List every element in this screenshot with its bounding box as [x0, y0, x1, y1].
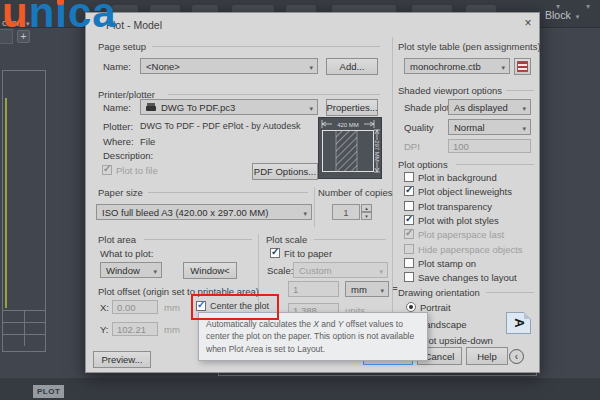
plot-with-plot-styles-checkbox[interactable]: Plot with plot styles [404, 214, 499, 226]
add-button[interactable]: Add... [326, 58, 378, 75]
plot-dialog: Plot - Model × Page setup Name: <None> A… [85, 12, 540, 373]
plot-option-label: Plot transparency [418, 201, 492, 212]
printer-icon [146, 103, 157, 112]
plot-command-echo: PLOT [33, 385, 64, 398]
checkbox-icon [404, 172, 414, 182]
scale-unit-dropdown[interactable]: mm [345, 281, 389, 297]
spinner-down-icon[interactable]: ▾ [361, 212, 372, 220]
plot-style-dropdown[interactable]: monochrome.ctb [404, 58, 510, 74]
offset-y-label: Y: [100, 324, 108, 335]
divider [168, 94, 380, 95]
radio-icon [406, 302, 416, 312]
printer-option: DWG To PDF.pc3 [146, 102, 235, 113]
chevron-down-icon [497, 61, 505, 72]
pagesetup-name-dropdown[interactable]: <None> [140, 58, 318, 74]
plot-in-background-checkbox[interactable]: Plot in background [404, 171, 497, 183]
chevron-down-icon[interactable]: ▾ [586, 2, 590, 11]
window-button[interactable]: Window< [183, 262, 237, 279]
quality-dropdown[interactable]: Normal [448, 119, 531, 135]
preview-button[interactable]: Preview... [93, 351, 151, 368]
plot-object-lineweights-checkbox[interactable]: Plot object lineweights [404, 185, 512, 197]
copies-input[interactable]: 1 [332, 204, 360, 220]
group-orientation: Drawing orientation [398, 287, 480, 298]
plot-style-value: monochrome.ctb [410, 61, 481, 72]
group-shaded: Shaded viewport options [398, 85, 502, 96]
drawing-line [5, 98, 7, 308]
plotter-value: DWG To PDF - PDF ePlot - by Autodesk [140, 121, 300, 131]
scale-numerator-field: 1 [288, 281, 339, 297]
screen: ▾ ▾ Block ction + PLOT Plot - Model × Pa… [0, 0, 600, 400]
shade-plot-dropdown[interactable]: As displayed [448, 99, 531, 115]
chevron-down-icon [299, 207, 307, 218]
portrait-label: Portrait [420, 302, 451, 313]
checkbox-icon [404, 272, 414, 282]
ribbon-block-dropdown[interactable]: Block [545, 9, 579, 21]
plot-option-label: Save changes to layout [418, 272, 517, 283]
shade-plot-value: As displayed [454, 102, 508, 113]
logo-letter: a [92, 0, 116, 36]
paper-size-dropdown[interactable]: ISO full bleed A3 (420.00 x 297.00 MM) [96, 204, 312, 220]
highlight-box [191, 294, 279, 320]
paper-size-value: ISO full bleed A3 (420.00 x 297.00 MM) [102, 207, 268, 218]
printer-name-label: Name: [103, 102, 131, 113]
group-plot-scale: Plot scale [266, 234, 307, 245]
spinner-up-icon[interactable]: ▴ [361, 204, 372, 212]
shade-plot-label: Shade plot [404, 102, 449, 113]
plot-option-label: Hide paperspace objects [418, 244, 523, 255]
divider [456, 164, 534, 165]
dpi-field: 100 [448, 139, 531, 153]
offset-x-label: X: [100, 302, 109, 313]
checkbox-icon [404, 258, 414, 268]
what-to-plot-value: Window [106, 265, 140, 276]
orientation-letter: A [509, 312, 529, 335]
group-plot-area: Plot area [98, 234, 136, 245]
checkbox-icon [102, 165, 112, 175]
printer-name-dropdown[interactable]: DWG To PDF.pc3 [140, 99, 318, 115]
unica-logo: unıca [2, 0, 117, 36]
quality-label: Quality [404, 122, 434, 133]
plot-option-label: Plot stamp on [418, 258, 476, 269]
checkbox-icon [404, 215, 414, 225]
plot-option-label: Plot in background [418, 172, 497, 183]
divider [314, 187, 315, 227]
scale-dropdown: Custom [293, 262, 388, 278]
plot-to-file-label: Plot to file [116, 165, 158, 176]
plot-transparency-checkbox[interactable]: Plot transparency [404, 200, 492, 212]
offset-y-field: 102.21 [112, 322, 158, 336]
plot-to-file-checkbox: Plot to file [102, 164, 158, 176]
less-options-button[interactable]: ‹ [509, 349, 524, 364]
divider [144, 239, 252, 240]
group-page-setup: Page setup [98, 41, 146, 52]
fit-to-paper-checkbox[interactable]: Fit to paper [270, 247, 332, 259]
paper-preview: 420 MM 297 MM [318, 117, 382, 179]
logo-letter: ı [55, 0, 68, 36]
where-label: Where: [103, 136, 134, 147]
pagesetup-name-value: <None> [146, 61, 180, 72]
offset-x-field: 0.00 [112, 300, 158, 314]
quality-value: Normal [454, 122, 485, 133]
paper-preview-svg: 420 MM 297 MM [319, 118, 381, 178]
what-to-plot-dropdown[interactable]: Window [100, 262, 162, 278]
group-paper-size: Paper size [98, 187, 143, 198]
offset-y-unit: mm [164, 324, 180, 335]
where-value: File [140, 136, 155, 147]
edit-plot-style-button[interactable] [514, 58, 531, 75]
plot-stamp-on-checkbox[interactable]: Plot stamp on [404, 257, 476, 269]
commandline-area [0, 378, 600, 400]
close-icon[interactable]: × [520, 16, 536, 31]
pen-edit-icon [517, 61, 528, 72]
save-changes-to-layout-checkbox[interactable]: Save changes to layout [404, 271, 517, 283]
tooltip-text: Automatically calculates the [206, 319, 313, 329]
pdf-options-button[interactable]: PDF Options... [252, 163, 318, 180]
upside-down-label: Plot upside-down [420, 335, 493, 346]
properties-button[interactable]: Properties... [326, 99, 378, 116]
help-button[interactable]: Help [466, 347, 508, 365]
chevron-down-icon [518, 102, 526, 113]
checkbox-icon [404, 244, 414, 254]
plotter-label: Plotter: [103, 121, 133, 132]
chevron-down-icon [576, 9, 580, 21]
dpi-label: DPI [404, 141, 420, 152]
checkbox-icon [270, 248, 280, 258]
group-printer: Printer/plotter [98, 89, 155, 100]
tooltip-text: and [319, 319, 338, 329]
